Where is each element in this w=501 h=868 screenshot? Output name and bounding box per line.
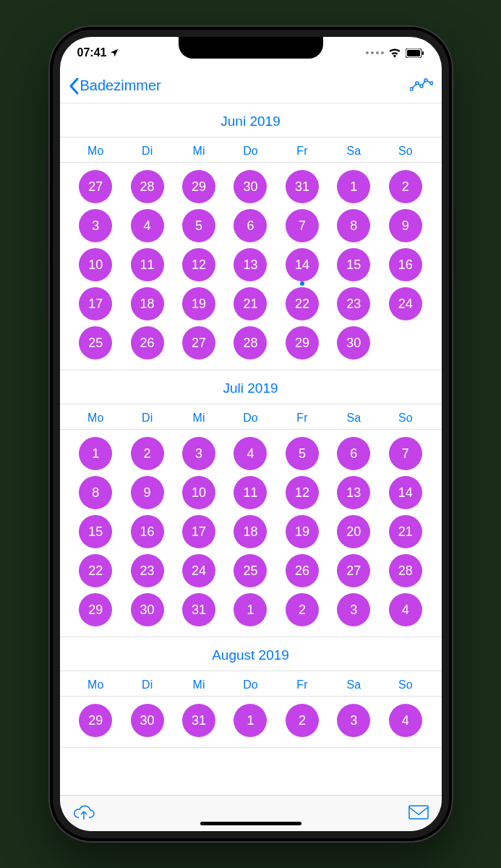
mail-button[interactable] bbox=[408, 805, 429, 822]
day-button[interactable]: 4 bbox=[389, 704, 422, 737]
day-button[interactable]: 5 bbox=[182, 209, 215, 242]
day-button[interactable]: 21 bbox=[234, 287, 267, 320]
day-button[interactable]: 15 bbox=[79, 515, 112, 548]
day-button[interactable]: 14 bbox=[389, 476, 422, 509]
day-button[interactable]: 10 bbox=[79, 248, 112, 281]
day-button[interactable]: 27 bbox=[337, 554, 370, 587]
day-button[interactable]: 8 bbox=[79, 476, 112, 509]
day-button[interactable]: 20 bbox=[337, 515, 370, 548]
day-button[interactable]: 14 bbox=[286, 248, 319, 281]
home-indicator[interactable] bbox=[200, 822, 301, 825]
day-button[interactable]: 25 bbox=[234, 554, 267, 587]
weekday-label: Mo bbox=[70, 145, 121, 158]
day-button[interactable]: 2 bbox=[389, 170, 422, 203]
day-button[interactable]: 31 bbox=[286, 170, 319, 203]
day-button[interactable]: 24 bbox=[182, 554, 215, 587]
day-button[interactable]: 3 bbox=[79, 209, 112, 242]
day-button[interactable]: 26 bbox=[131, 326, 164, 359]
chart-button[interactable] bbox=[410, 77, 433, 95]
day-button[interactable]: 22 bbox=[79, 554, 112, 587]
day-button[interactable]: 31 bbox=[182, 593, 215, 626]
day-button[interactable]: 4 bbox=[131, 209, 164, 242]
day-button[interactable]: 27 bbox=[182, 326, 215, 359]
day-button[interactable]: 15 bbox=[337, 248, 370, 281]
day-cell: 4 bbox=[380, 593, 431, 626]
day-button[interactable]: 9 bbox=[389, 209, 422, 242]
day-button[interactable]: 29 bbox=[286, 326, 319, 359]
day-cell: 7 bbox=[380, 437, 431, 470]
day-button[interactable]: 31 bbox=[182, 704, 215, 737]
day-button[interactable]: 28 bbox=[234, 326, 267, 359]
day-button[interactable]: 13 bbox=[234, 248, 267, 281]
day-button[interactable]: 1 bbox=[337, 170, 370, 203]
day-button[interactable]: 30 bbox=[131, 593, 164, 626]
day-button[interactable]: 30 bbox=[337, 326, 370, 359]
day-cell: 3 bbox=[173, 437, 224, 470]
day-button[interactable]: 19 bbox=[286, 515, 319, 548]
day-button[interactable]: 23 bbox=[337, 287, 370, 320]
day-cell: 6 bbox=[225, 209, 276, 242]
day-button[interactable]: 1 bbox=[234, 593, 267, 626]
day-button[interactable]: 29 bbox=[79, 704, 112, 737]
day-button[interactable]: 22 bbox=[286, 287, 319, 320]
day-button[interactable]: 1 bbox=[234, 704, 267, 737]
day-button[interactable]: 28 bbox=[389, 554, 422, 587]
day-button[interactable]: 9 bbox=[131, 476, 164, 509]
day-cell: 24 bbox=[380, 287, 431, 320]
day-button[interactable]: 1 bbox=[79, 437, 112, 470]
day-button[interactable]: 2 bbox=[286, 593, 319, 626]
back-button[interactable]: Badezimmer bbox=[69, 77, 161, 95]
day-button[interactable]: 4 bbox=[389, 593, 422, 626]
day-cell: 31 bbox=[173, 704, 224, 737]
day-button[interactable]: 29 bbox=[79, 593, 112, 626]
day-button[interactable]: 7 bbox=[286, 209, 319, 242]
status-time: 07:41 bbox=[77, 46, 107, 59]
day-button[interactable]: 27 bbox=[79, 170, 112, 203]
day-button[interactable]: 25 bbox=[79, 326, 112, 359]
month-section: Juni 2019MoDiMiDoFrSaSo27282930311234567… bbox=[60, 103, 442, 370]
day-button[interactable]: 21 bbox=[389, 515, 422, 548]
day-button[interactable]: 19 bbox=[182, 287, 215, 320]
day-button[interactable]: 3 bbox=[182, 437, 215, 470]
day-button[interactable]: 11 bbox=[131, 248, 164, 281]
day-cell: 2 bbox=[121, 437, 173, 470]
day-button[interactable]: 4 bbox=[234, 437, 267, 470]
day-button[interactable]: 7 bbox=[389, 437, 422, 470]
day-button[interactable]: 16 bbox=[131, 515, 164, 548]
day-button[interactable]: 30 bbox=[234, 170, 267, 203]
day-button[interactable]: 13 bbox=[337, 476, 370, 509]
day-button[interactable]: 8 bbox=[337, 209, 370, 242]
day-cell: 29 bbox=[70, 593, 121, 626]
day-button[interactable]: 5 bbox=[286, 437, 319, 470]
day-button[interactable]: 24 bbox=[389, 287, 422, 320]
cloud-upload-button[interactable] bbox=[73, 804, 95, 823]
day-button[interactable]: 3 bbox=[337, 704, 370, 737]
day-button[interactable]: 10 bbox=[182, 476, 215, 509]
weekday-label: Di bbox=[121, 145, 173, 158]
day-button[interactable]: 26 bbox=[286, 554, 319, 587]
day-button[interactable]: 23 bbox=[131, 554, 164, 587]
day-button[interactable]: 29 bbox=[182, 170, 215, 203]
day-button[interactable]: 6 bbox=[337, 437, 370, 470]
weekday-row: MoDiMiDoFrSaSo bbox=[60, 137, 442, 163]
day-button[interactable]: 3 bbox=[337, 593, 370, 626]
days-grid: 2728293031123456789101112131415161718192… bbox=[60, 163, 442, 370]
day-button[interactable]: 18 bbox=[131, 287, 164, 320]
day-button[interactable]: 12 bbox=[286, 476, 319, 509]
day-button[interactable]: 18 bbox=[234, 515, 267, 548]
day-button[interactable]: 28 bbox=[131, 170, 164, 203]
weekday-label: Do bbox=[225, 412, 276, 425]
day-button[interactable]: 30 bbox=[131, 704, 164, 737]
day-button[interactable]: 6 bbox=[234, 209, 267, 242]
day-button[interactable]: 11 bbox=[234, 476, 267, 509]
weekday-label: Do bbox=[225, 678, 276, 692]
day-cell: 6 bbox=[328, 437, 380, 470]
day-button[interactable]: 16 bbox=[389, 248, 422, 281]
day-button[interactable]: 2 bbox=[131, 437, 164, 470]
month-title: Juli 2019 bbox=[60, 370, 442, 404]
day-button[interactable]: 2 bbox=[286, 704, 319, 737]
day-button[interactable]: 12 bbox=[182, 248, 215, 281]
day-button[interactable]: 17 bbox=[79, 287, 112, 320]
day-button[interactable]: 17 bbox=[182, 515, 215, 548]
calendar-content[interactable]: Juni 2019MoDiMiDoFrSaSo27282930311234567… bbox=[60, 103, 442, 795]
